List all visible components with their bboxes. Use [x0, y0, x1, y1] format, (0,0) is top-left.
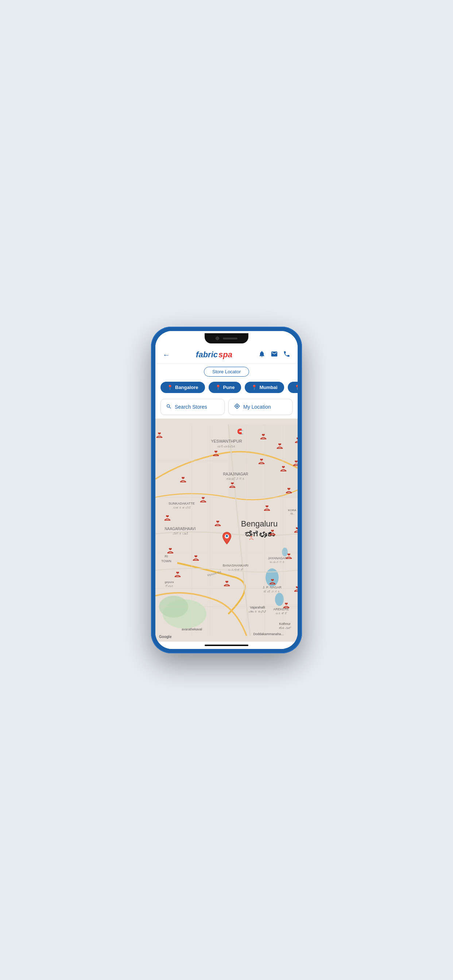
svg-text:ನಾಗರಬಾವಿ: ನಾಗರಬಾವಿ [172, 532, 188, 536]
search-bar-row: Search Stores My Location [155, 397, 298, 418]
store-marker[interactable] [199, 497, 207, 504]
store-marker[interactable] [268, 579, 276, 586]
svg-text:Kothnur: Kothnur [279, 622, 291, 625]
search-stores-label: Search Stores [175, 404, 207, 410]
store-pin[interactable]: 🧲 [236, 429, 244, 436]
store-marker[interactable] [263, 505, 271, 512]
logo-fabric-text: fabric [196, 350, 218, 360]
city-tab-mumbai[interactable]: 📍 Mumbai [245, 382, 284, 393]
store-marker[interactable] [294, 438, 298, 445]
header-actions [258, 350, 290, 360]
store-marker[interactable] [268, 530, 276, 537]
notch-bar [155, 331, 298, 347]
svg-text:ಬಸಶಂಕರಿ: ಬಸಶಂಕರಿ [228, 568, 243, 572]
store-marker[interactable] [228, 482, 236, 490]
phone-screen: ← fabric spa Store Locator [155, 331, 298, 649]
store-marker[interactable] [248, 535, 254, 542]
front-camera [215, 337, 219, 340]
map-background: YESWANTHPUR ಯಶವಂತಪುರ RAJAJINAGAR ರಾಜಾಜಿನ… [155, 418, 298, 642]
store-marker[interactable] [257, 459, 266, 466]
navim-pin-icon: 📍 [294, 385, 298, 390]
svg-text:ಯಶವಂತಪುರ: ಯಶವಂತಪುರ [217, 445, 236, 449]
svg-text:ಜೆ ಪಿ ನಗರ: ಜೆ ಪಿ ನಗರ [264, 590, 281, 593]
home-indicator [205, 644, 248, 646]
store-locator-badge: Store Locator [204, 367, 249, 377]
store-marker[interactable] [282, 603, 290, 610]
mumbai-label: Mumbai [259, 385, 277, 390]
earpiece-speaker [223, 337, 238, 339]
svg-text:KORA: KORA [288, 509, 297, 512]
store-marker[interactable] [276, 443, 284, 450]
my-location-button[interactable]: My Location [228, 399, 292, 415]
my-location-label: My Location [243, 404, 271, 410]
svg-text:NAAGARABHAAVI: NAAGARABHAAVI [165, 527, 196, 531]
svg-text:TOWN: TOWN [161, 559, 171, 563]
logo-spa-text: spa [219, 350, 232, 360]
mumbai-pin-icon: 📍 [251, 385, 257, 390]
svg-text:ರಾಜಾಜಿನಗರ: ರಾಜಾಜಿನಗರ [226, 477, 245, 481]
store-marker[interactable] [285, 554, 293, 561]
city-tab-bangalore[interactable]: 📍 Bangalore [161, 382, 205, 393]
svg-text:ಗೆಪುರ: ಗೆಪುರ [165, 584, 174, 588]
svg-text:Doddakammanaha...: Doddakammanaha... [253, 632, 284, 636]
current-location-pin[interactable] [220, 531, 233, 545]
svg-point-1 [237, 406, 238, 407]
notch [205, 333, 248, 344]
notification-bell-icon[interactable] [258, 350, 266, 360]
app-logo: fabric spa [196, 350, 232, 360]
map-container[interactable]: YESWANTHPUR ಯಶವಂತಪುರ RAJAJINAGAR ರಾಜಾಜಿನ… [155, 418, 298, 642]
bottom-bar [155, 642, 298, 649]
svg-text:BANASHANKARI: BANASHANKARI [223, 564, 249, 567]
google-watermark: Google [159, 635, 171, 639]
store-marker[interactable] [293, 586, 298, 593]
store-locator-title-section: Store Locator [155, 363, 298, 380]
svg-text:ಜಯನಗರ: ಜಯನಗರ [270, 561, 285, 564]
city-tabs-row: 📍 Bangalore 📍 Pune 📍 Mumbai 📍 Navi M [155, 380, 298, 397]
svg-text:ಕೋ...: ಕೋ... [290, 512, 295, 515]
svg-text:Bengaluru: Bengaluru [241, 519, 278, 528]
store-marker[interactable] [223, 581, 231, 588]
city-tab-navim[interactable]: 📍 Navi M [288, 382, 298, 393]
svg-text:avarathekaval: avarathekaval [182, 627, 202, 631]
svg-text:ಕೊತನೂರ್: ಕೊತನೂರ್ [279, 626, 291, 630]
pune-label: Pune [223, 385, 235, 390]
svg-text:SUNKADAKATTE: SUNKADAKATTE [169, 502, 195, 505]
search-stores-button[interactable]: Search Stores [161, 399, 225, 415]
store-marker[interactable] [214, 520, 222, 528]
store-marker[interactable] [292, 460, 298, 468]
store-marker[interactable] [155, 433, 163, 440]
svg-text:RAJAJINAGAR: RAJAJINAGAR [223, 472, 248, 476]
city-tab-pune[interactable]: 📍 Pune [209, 382, 241, 393]
app-header: ← fabric spa [155, 347, 298, 363]
location-target-icon [234, 403, 240, 411]
store-marker[interactable] [174, 572, 182, 579]
bangalore-label: Bangalore [175, 385, 198, 390]
back-button[interactable]: ← [163, 351, 170, 359]
phone-frame: ← fabric spa Store Locator [151, 327, 302, 653]
store-marker[interactable] [179, 477, 187, 484]
store-marker[interactable] [285, 488, 293, 495]
store-marker[interactable] [212, 450, 220, 458]
svg-text:Vajarahalli: Vajarahalli [250, 606, 265, 609]
pune-pin-icon: 📍 [215, 385, 221, 390]
store-marker[interactable] [163, 515, 171, 522]
svg-text:gepura: gepura [165, 581, 174, 584]
svg-text:ಸಂಕದಕಟ್ಟೆ: ಸಂಕದಕಟ್ಟೆ [172, 506, 191, 510]
phone-icon[interactable] [283, 350, 290, 360]
bangalore-pin-icon: 📍 [167, 385, 173, 390]
store-marker[interactable] [293, 527, 298, 535]
store-marker[interactable] [259, 434, 267, 441]
svg-text:ವಾಜರಹಳ್ಳಿ: ವಾಜರಹಳ್ಳಿ [249, 610, 266, 614]
store-marker[interactable] [192, 555, 200, 563]
svg-text:ಅರಕೆರೆ: ಅರಕೆರೆ [275, 612, 287, 616]
svg-text:YESWANTHPUR: YESWANTHPUR [211, 439, 242, 443]
store-marker[interactable] [166, 548, 174, 555]
store-marker[interactable] [279, 466, 287, 473]
mail-icon[interactable] [271, 350, 278, 360]
search-icon [166, 404, 172, 410]
